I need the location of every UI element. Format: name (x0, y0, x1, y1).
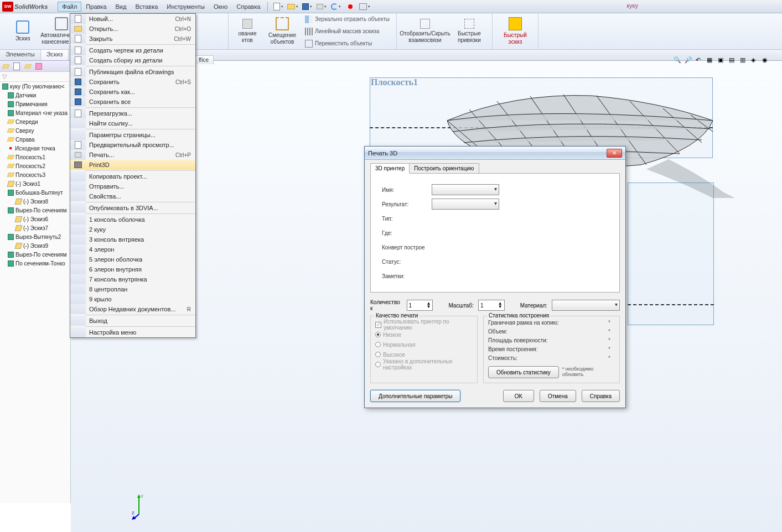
file-menu-item[interactable]: Обзор Недавних документов...R (70, 304, 195, 314)
chk-use-default[interactable] (375, 322, 381, 328)
file-menu-item[interactable]: Публикация файла eDrawings (70, 67, 195, 77)
select-material[interactable] (552, 300, 620, 311)
ribbon-quick-snap[interactable]: Быстрые привязки (450, 15, 489, 48)
radio-low[interactable] (375, 332, 381, 337)
tree-node[interactable]: Вырез-Вытянуть2 (0, 232, 70, 241)
radio-high[interactable] (375, 352, 381, 357)
file-menu-item[interactable]: 8 центроплан (70, 284, 195, 294)
file-menu-item[interactable]: Копировать проект... (70, 171, 195, 181)
ribbon-show-hide[interactable]: Отобразить/Скрыть взаимосвязи (400, 15, 450, 48)
file-menu-item[interactable]: Перезагрузка... (70, 108, 195, 118)
tree-btn4[interactable] (33, 61, 44, 71)
file-menu-item[interactable]: 4 элерон (70, 244, 195, 254)
menu-window[interactable]: Окно (209, 2, 232, 12)
radio-normal[interactable] (375, 342, 381, 347)
ribbon-sketch[interactable]: Эскиз (3, 15, 42, 48)
file-menu-item[interactable]: 1 консоль оболочка (70, 215, 195, 225)
tree-node[interactable]: (-) Эскиз7 (0, 223, 70, 232)
file-menu-item[interactable]: Создать сборку из детали (70, 55, 195, 65)
input-qty[interactable]: 1▲▼ (407, 300, 433, 311)
tree-node[interactable]: (-) Эскиз1 (0, 179, 70, 188)
tree-node[interactable]: (-) Эскиз8 (0, 197, 70, 206)
file-menu-item[interactable]: Открыть...Ctrl+O (70, 24, 195, 34)
vt-scene[interactable]: ◉ (762, 56, 772, 66)
menu-tools[interactable]: Инструменты (162, 2, 209, 12)
vt-prev[interactable]: ↶ (696, 56, 706, 66)
vt-orient[interactable]: ▣ (718, 56, 728, 66)
vt-appear[interactable]: ◈ (751, 56, 761, 66)
office-tab-label[interactable]: ffice (194, 55, 214, 64)
vt-hide[interactable]: ▥ (740, 56, 750, 66)
qat-new[interactable]: ▾ (272, 1, 284, 12)
tree-node[interactable]: Плоскость3 (0, 170, 70, 179)
file-menu-item[interactable]: Найти ссылку... (70, 118, 195, 128)
tree-node[interactable]: Исходная точка (0, 144, 70, 153)
menu-insert[interactable]: Вставка (131, 2, 162, 12)
btn-cancel[interactable]: Отмена (540, 390, 576, 402)
input-scale[interactable]: 1▲▼ (478, 300, 505, 311)
ribbon-trim[interactable]: ование ктов (232, 15, 263, 48)
tree-node[interactable]: Вырез-По сечениям (0, 250, 70, 259)
qat-print[interactable]: ▾ (315, 1, 328, 12)
tree-node[interactable]: Плоскость2 (0, 161, 70, 170)
qat-rebuild[interactable] (344, 1, 356, 12)
btn-update-stats[interactable]: Обновить статистику (488, 366, 559, 378)
vt-zoom-fit[interactable]: 🔍 (674, 56, 683, 66)
file-menu-item[interactable]: СохранитьCtrl+S (70, 77, 195, 87)
vt-section[interactable]: ▦ (707, 56, 717, 66)
menu-edit[interactable]: Правка (81, 2, 111, 12)
tree-node[interactable]: Датчики (0, 91, 70, 100)
qat-open[interactable]: ▾ (287, 1, 299, 12)
file-menu-item[interactable]: Print3D (70, 160, 195, 170)
ribbon-linear-array[interactable]: Линейный массив эскиза (303, 26, 392, 37)
file-menu-item[interactable]: Опубликовать в 3DVIA... (70, 203, 195, 213)
btn-advanced[interactable]: Дополнительные параметры (370, 390, 460, 402)
file-menu-item[interactable]: Настройка меню (70, 327, 195, 337)
ribbon-offset[interactable]: Смещение объектов (263, 15, 302, 48)
tree-node[interactable]: Материал <не указа (0, 108, 70, 117)
tree-node[interactable]: Справа (0, 135, 70, 144)
file-menu-item[interactable]: ЗакрытьCtrl+W (70, 34, 195, 44)
tree-node[interactable]: Сверху (0, 126, 70, 135)
file-menu-item[interactable]: Параметры страницы... (70, 130, 195, 140)
tab-orientation[interactable]: Построить ориентацию (409, 163, 479, 174)
file-menu-item[interactable]: 7 консоль внутрянка (70, 274, 195, 284)
tab-elements[interactable]: Элементы (0, 50, 41, 60)
select-printer-name[interactable] (432, 184, 499, 195)
file-menu-item[interactable]: Новый...Ctrl+N (70, 14, 195, 24)
tree-btn1[interactable] (0, 61, 11, 71)
vt-display[interactable]: ▤ (729, 56, 739, 66)
tree-node[interactable]: (-) Эскиз9 (0, 241, 70, 250)
file-menu-item[interactable]: Предварительный просмотр... (70, 140, 195, 150)
tree-node[interactable]: Бобышка-Вытянут (0, 188, 70, 197)
select-result[interactable] (432, 199, 499, 210)
tree-root[interactable]: куку (По умолчанию< (0, 82, 70, 91)
file-menu-item[interactable]: Сохранить как... (70, 87, 195, 97)
tree-filter[interactable]: ▽ (0, 72, 70, 82)
tree-node[interactable]: Плоскость1 (0, 153, 70, 161)
file-menu-item[interactable]: Сохранить все (70, 97, 195, 107)
file-menu-item[interactable]: 2 куку (70, 225, 195, 234)
file-menu-item[interactable]: Отправить... (70, 181, 195, 191)
file-menu-item[interactable]: Создать чертеж из детали (70, 45, 195, 55)
file-menu-item[interactable]: Печать...Ctrl+P (70, 150, 195, 160)
tab-3d-printer[interactable]: 3D принтер (370, 163, 410, 174)
file-menu-item[interactable]: Выход (70, 316, 195, 326)
dialog-close-button[interactable]: ✕ (607, 149, 622, 158)
menu-file[interactable]: Файл (58, 2, 81, 12)
tree-node[interactable]: (-) Эскиз6 (0, 215, 70, 223)
dialog-titlebar[interactable]: Печать 3D ✕ (365, 147, 625, 160)
file-menu-item[interactable]: 5 элерон оболочка (70, 254, 195, 264)
radio-custom[interactable] (375, 362, 381, 367)
tree-node[interactable]: Вырез-По сечениям (0, 206, 70, 215)
tree-node[interactable]: Примечания (0, 100, 70, 108)
tree-node[interactable]: По сечениям-Тонко (0, 259, 70, 268)
qat-save[interactable]: ▾ (301, 1, 313, 12)
tree-btn2[interactable] (11, 61, 22, 71)
qat-undo[interactable]: ▾ (330, 1, 342, 12)
ribbon-move[interactable]: Переместить объекты (303, 38, 392, 49)
file-menu-item[interactable]: 6 элерон внутрняя (70, 264, 195, 274)
ribbon-quick-sketch[interactable]: Быстрый эскиз (496, 15, 535, 48)
menu-help[interactable]: Справка (232, 2, 265, 12)
file-menu-item[interactable]: 3 консоль внтряека (70, 234, 195, 244)
